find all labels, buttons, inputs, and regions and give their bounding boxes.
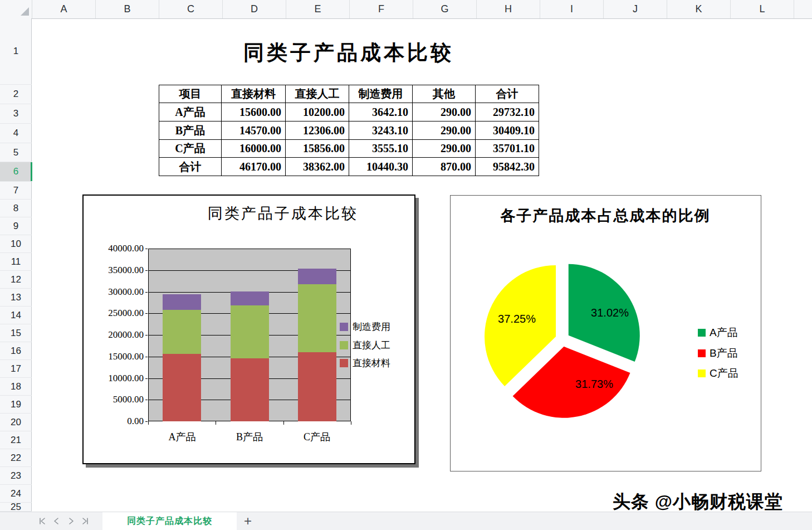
bar-chart-frame[interactable]: 同类产品子成本比较 0.005000.0010000.0015000.00200… — [82, 195, 415, 464]
bar-segment-C产品-制造费用[interactable] — [298, 269, 336, 284]
pie-data-label-B产品: 31.73% — [575, 378, 613, 391]
table-cell-r2c0[interactable]: C产品 — [159, 140, 222, 158]
row-header-8[interactable]: 8 — [0, 200, 32, 217]
bar-segment-A产品-直接材料[interactable] — [163, 354, 201, 421]
table-cell-r3c5[interactable]: 95842.30 — [476, 158, 539, 176]
column-header-A[interactable]: A — [32, 0, 96, 18]
row-header-4[interactable]: 4 — [0, 124, 32, 143]
row-header-22[interactable]: 22 — [0, 449, 32, 467]
bar-segment-A产品-直接人工[interactable] — [163, 310, 201, 354]
sheet-tab-label: 同类子产品成本比较 — [127, 516, 212, 527]
pie-legend-item-B产品[interactable]: B产品 — [698, 346, 738, 361]
table-header-col4[interactable]: 其他 — [413, 85, 476, 103]
column-header-D[interactable]: D — [223, 0, 286, 18]
column-header-J[interactable]: J — [604, 0, 667, 18]
cost-table[interactable]: 项目直接材料直接人工制造费用其他合计A产品15600.0010200.00364… — [159, 85, 539, 176]
table-cell-r1c1[interactable]: 14570.00 — [222, 121, 286, 140]
row-header-18[interactable]: 18 — [0, 378, 32, 396]
legend-swatch-直接人工 — [340, 341, 348, 349]
row-header-14[interactable]: 14 — [0, 307, 32, 324]
table-cell-r2c2[interactable]: 15856.00 — [286, 140, 349, 158]
row-header-24[interactable]: 24 — [0, 485, 32, 503]
add-sheet-button[interactable]: + — [237, 512, 259, 530]
table-header-col0[interactable]: 项目 — [159, 85, 222, 103]
table-cell-r0c2[interactable]: 10200.00 — [286, 103, 349, 121]
table-cell-r1c5[interactable]: 30409.10 — [476, 121, 539, 140]
row-header-2[interactable]: 2 — [0, 85, 32, 104]
next-sheet-icon[interactable] — [63, 515, 78, 527]
legend-label-制造费用: 制造费用 — [353, 320, 390, 333]
bar-segment-A产品-制造费用[interactable] — [163, 294, 201, 310]
sheet-tab-active[interactable]: 同类子产品成本比较 — [102, 512, 237, 530]
last-sheet-icon[interactable] — [78, 515, 92, 527]
table-cell-r1c4[interactable]: 290.00 — [413, 121, 476, 140]
row-header-9[interactable]: 9 — [0, 217, 32, 235]
prev-sheet-icon[interactable] — [49, 515, 63, 527]
table-cell-r3c4[interactable]: 870.00 — [413, 158, 476, 176]
row-header-6[interactable]: 6 — [0, 162, 32, 182]
row-header-12[interactable]: 12 — [0, 271, 32, 289]
bar-segment-B产品-直接人工[interactable] — [231, 305, 269, 358]
table-header-col2[interactable]: 直接人工 — [286, 85, 349, 103]
table-cell-r3c3[interactable]: 10440.30 — [349, 158, 413, 176]
legend-item-直接人工[interactable]: 直接人工 — [340, 339, 390, 352]
select-all-corner[interactable] — [0, 0, 32, 18]
table-header-col1[interactable]: 直接材料 — [222, 85, 286, 103]
table-cell-r1c0[interactable]: B产品 — [159, 121, 222, 140]
row-header-20[interactable]: 20 — [0, 414, 32, 431]
table-header-col5[interactable]: 合计 — [476, 85, 539, 103]
page-title[interactable]: 同类子产品成本比较 — [159, 39, 539, 67]
row-header-1[interactable]: 1 — [0, 18, 32, 85]
bar-segment-C产品-直接人工[interactable] — [298, 284, 336, 352]
row-header-5[interactable]: 5 — [0, 143, 32, 162]
row-header-13[interactable]: 13 — [0, 289, 32, 307]
column-header-H[interactable]: H — [477, 0, 540, 18]
bar-segment-B产品-制造费用[interactable] — [231, 291, 269, 305]
legend-item-直接材料[interactable]: 直接材料 — [340, 357, 390, 369]
table-cell-r0c1[interactable]: 15600.00 — [222, 103, 286, 121]
table-cell-r3c0[interactable]: 合计 — [159, 158, 222, 176]
row-header-7[interactable]: 7 — [0, 182, 32, 200]
table-cell-r0c5[interactable]: 29732.10 — [476, 103, 539, 121]
row-header-15[interactable]: 15 — [0, 324, 32, 342]
table-cell-r2c3[interactable]: 3555.10 — [349, 140, 413, 158]
row-header-25[interactable]: 25 — [0, 503, 32, 512]
column-header-G[interactable]: G — [413, 0, 477, 18]
table-cell-r0c3[interactable]: 3642.10 — [349, 103, 413, 121]
column-header-F[interactable]: F — [350, 0, 413, 18]
table-cell-r2c1[interactable]: 16000.00 — [222, 140, 286, 158]
column-header-I[interactable]: I — [540, 0, 604, 18]
row-header-17[interactable]: 17 — [0, 360, 32, 378]
bar-segment-B产品-直接材料[interactable] — [231, 358, 269, 421]
row-header-23[interactable]: 23 — [0, 467, 32, 485]
column-header-L[interactable]: L — [731, 0, 794, 18]
legend-item-制造费用[interactable]: 制造费用 — [340, 320, 390, 333]
sheet-area[interactable]: 同类子产品成本比较 项目直接材料直接人工制造费用其他合计A产品15600.001… — [0, 0, 812, 512]
table-cell-r2c4[interactable]: 290.00 — [413, 140, 476, 158]
table-cell-r1c3[interactable]: 3243.10 — [349, 121, 413, 140]
row-header-16[interactable]: 16 — [0, 342, 32, 360]
y-tick-10000 — [145, 378, 148, 379]
table-header-col3[interactable]: 制造费用 — [349, 85, 413, 103]
column-header-B[interactable]: B — [96, 0, 159, 18]
column-header-E[interactable]: E — [286, 0, 350, 18]
column-header-K[interactable]: K — [667, 0, 731, 18]
table-cell-r0c4[interactable]: 290.00 — [413, 103, 476, 121]
spreadsheet-window: 同类子产品成本比较 项目直接材料直接人工制造费用其他合计A产品15600.001… — [0, 0, 812, 530]
table-cell-r0c0[interactable]: A产品 — [159, 103, 222, 121]
pie-legend-item-A产品[interactable]: A产品 — [698, 325, 738, 340]
table-cell-r2c5[interactable]: 35701.10 — [476, 140, 539, 158]
row-header-10[interactable]: 10 — [0, 235, 32, 253]
pie-chart-frame[interactable]: 各子产品成本占总成本的比例 31.02%31.73%37.25%A产品B产品C产… — [450, 195, 761, 471]
row-header-11[interactable]: 11 — [0, 253, 32, 271]
column-header-C[interactable]: C — [159, 0, 223, 18]
bar-segment-C产品-直接材料[interactable] — [298, 352, 336, 421]
table-cell-r3c1[interactable]: 46170.00 — [222, 158, 286, 176]
table-cell-r3c2[interactable]: 38362.00 — [286, 158, 349, 176]
pie-legend-item-C产品[interactable]: C产品 — [698, 366, 738, 381]
row-header-19[interactable]: 19 — [0, 396, 32, 414]
table-cell-r1c2[interactable]: 12306.00 — [286, 121, 349, 140]
row-header-3[interactable]: 3 — [0, 104, 32, 124]
row-header-21[interactable]: 21 — [0, 431, 32, 449]
first-sheet-icon[interactable] — [35, 515, 49, 527]
